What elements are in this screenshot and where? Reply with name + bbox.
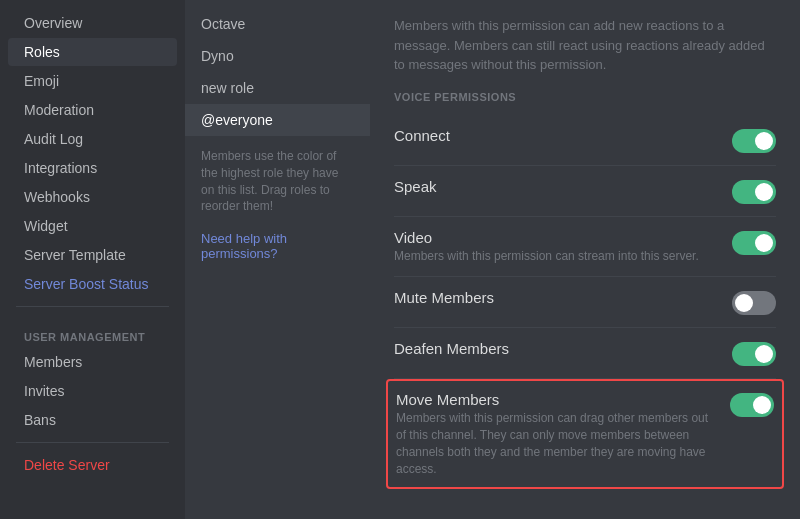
permission-mute-info: Mute Members xyxy=(394,289,732,308)
sidebar-item-server-template[interactable]: Server Template xyxy=(8,241,177,269)
permission-move-desc: Members with this permission can drag ot… xyxy=(396,410,714,477)
permission-connect: Connect xyxy=(394,115,776,166)
role-item-dyno[interactable]: Dyno xyxy=(185,40,370,72)
permission-deafen-info: Deafen Members xyxy=(394,340,732,359)
permissions-panel: Members with this permission can add new… xyxy=(370,0,800,519)
sidebar-item-bans[interactable]: Bans xyxy=(8,406,177,434)
permission-deafen-name: Deafen Members xyxy=(394,340,716,357)
voice-permissions-label: Voice Permissions xyxy=(394,91,776,103)
permission-speak: Speak xyxy=(394,166,776,217)
permission-video: Video Members with this permission can s… xyxy=(394,217,776,278)
permission-speak-info: Speak xyxy=(394,178,732,197)
permission-speak-toggle[interactable] xyxy=(732,180,776,204)
permission-speak-name: Speak xyxy=(394,178,716,195)
sidebar-divider-2 xyxy=(16,442,169,443)
permission-deafen-members: Deafen Members xyxy=(394,328,776,379)
permission-move-name: Move Members xyxy=(396,391,714,408)
sidebar-item-overview[interactable]: Overview xyxy=(8,9,177,37)
roles-help-link[interactable]: Need help with permissions? xyxy=(185,227,370,265)
sidebar-item-members[interactable]: Members xyxy=(8,348,177,376)
sidebar-item-integrations[interactable]: Integrations xyxy=(8,154,177,182)
sidebar-item-server-boost[interactable]: Server Boost Status xyxy=(8,270,177,298)
permission-video-info: Video Members with this permission can s… xyxy=(394,229,732,265)
roles-help-text: Members use the color of the highest rol… xyxy=(185,136,370,227)
permission-move-info: Move Members Members with this permissio… xyxy=(396,391,730,477)
sidebar-divider xyxy=(16,306,169,307)
permission-video-desc: Members with this permission can stream … xyxy=(394,248,716,265)
role-item-everyone[interactable]: @everyone xyxy=(185,104,370,136)
top-description: Members with this permission can add new… xyxy=(394,16,776,75)
roles-panel: Octave Dyno new role @everyone Members u… xyxy=(185,0,370,519)
permission-mute-toggle[interactable] xyxy=(732,291,776,315)
sidebar-item-roles[interactable]: Roles xyxy=(8,38,177,66)
permission-connect-name: Connect xyxy=(394,127,716,144)
permission-connect-toggle[interactable] xyxy=(732,129,776,153)
permission-video-name: Video xyxy=(394,229,716,246)
permission-video-toggle[interactable] xyxy=(732,231,776,255)
permission-mute-name: Mute Members xyxy=(394,289,716,306)
role-item-octave[interactable]: Octave xyxy=(185,8,370,40)
left-sidebar: Overview Roles Emoji Moderation Audit Lo… xyxy=(0,0,185,519)
sidebar-item-webhooks[interactable]: Webhooks xyxy=(8,183,177,211)
permission-deafen-toggle[interactable] xyxy=(732,342,776,366)
permission-mute-members: Mute Members xyxy=(394,277,776,328)
sidebar-item-audit-log[interactable]: Audit Log xyxy=(8,125,177,153)
sidebar-item-moderation[interactable]: Moderation xyxy=(8,96,177,124)
sidebar-item-invites[interactable]: Invites xyxy=(8,377,177,405)
role-item-new-role[interactable]: new role xyxy=(185,72,370,104)
permission-move-toggle[interactable] xyxy=(730,393,774,417)
sidebar-item-emoji[interactable]: Emoji xyxy=(8,67,177,95)
sidebar-item-widget[interactable]: Widget xyxy=(8,212,177,240)
sidebar-item-delete-server[interactable]: Delete Server xyxy=(8,451,177,479)
permission-connect-info: Connect xyxy=(394,127,732,146)
user-management-label: User Management xyxy=(8,315,177,347)
permission-move-members: Move Members Members with this permissio… xyxy=(386,379,784,489)
